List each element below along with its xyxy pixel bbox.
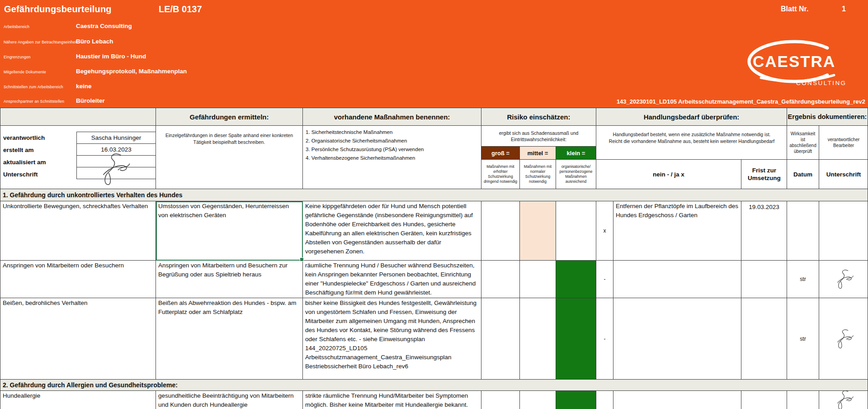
document-code: LE/B 0137 <box>159 4 202 14</box>
document-header: Gefährdungsbeurteilung LE/B 0137 Blatt N… <box>0 0 868 108</box>
effectiveness-header[interactable]: Wirksamkeit ist abschließend überprüft <box>787 126 819 160</box>
header-field-dokumente: Mitgeltende Dokumente Begehungsprotokoll… <box>4 68 868 80</box>
cell-additional-measure[interactable] <box>613 391 741 409</box>
cell-risk-klein[interactable] <box>556 261 596 298</box>
cell-deadline[interactable] <box>741 261 787 298</box>
cell-action-marker[interactable] <box>596 391 613 409</box>
cell-hazard-detail[interactable]: Umstossen von Gegenständen, Herunterreis… <box>156 201 303 261</box>
cell-hazard[interactable]: Hundeallergie <box>0 391 156 409</box>
cell-risk-gross[interactable] <box>481 391 520 409</box>
section-header-1[interactable]: 1. Gefährdung durch unkontrolliertes Ver… <box>0 189 868 201</box>
col-header-gefaehrdungen[interactable]: Gefährdungen ermitteln: <box>156 108 303 126</box>
cell-deadline[interactable]: 19.03.2023 <box>741 201 787 261</box>
cell-action-marker[interactable]: - <box>596 298 613 380</box>
cell-action-marker[interactable]: - <box>596 261 613 298</box>
cell-risk-klein[interactable] <box>556 391 596 409</box>
logo-name: CAESTRA <box>753 52 835 70</box>
signature-header[interactable]: Unterschrift <box>819 160 868 189</box>
field-value: Büro Lebach <box>76 38 113 45</box>
measure-type: 1. Sicherheitstechnische Maßnahmen <box>306 129 481 135</box>
cell-date[interactable] <box>787 391 819 409</box>
cell-date[interactable] <box>787 201 819 261</box>
risk-level-mittel-desc[interactable]: Maßnahmen mit normaler Schutzwirkung not… <box>520 160 556 189</box>
meta-block: verantwortlich erstellt am aktualisiert … <box>0 126 156 189</box>
cell-risk-mittel[interactable] <box>520 201 556 261</box>
document-filename: 143_20230101_LD105 Arbeitsschutzmanageme… <box>617 98 865 105</box>
sheet-number-value: 1 <box>842 5 846 13</box>
field-label: Eingrenzungen <box>4 55 31 59</box>
corner-header-cell[interactable] <box>0 108 156 126</box>
col-header-risiko[interactable]: Risiko einschätzen: <box>481 108 596 126</box>
cell-date[interactable]: str <box>787 261 819 298</box>
cell-risk-gross[interactable] <box>481 201 520 261</box>
cell-deadline[interactable] <box>741 391 787 409</box>
meta-label-aktualisiert: aktualisiert am <box>3 156 75 168</box>
cell-hazard-detail[interactable]: Beißen als Abwehrreaktion des Hundes - b… <box>156 298 303 380</box>
col-header-ergebnis[interactable]: Ergebnis dokumentieren: <box>787 108 868 126</box>
section-header-2[interactable]: 2. Gefährdung durch Allergien und Gesund… <box>0 380 868 391</box>
subheader-action-block: Handlungsbedarf besteht, wenn eine zusät… <box>596 126 787 189</box>
cell-risk-gross[interactable] <box>481 298 520 380</box>
cell-existing-measures[interactable]: räumliche Trennung Hund / Besucher währe… <box>303 261 481 298</box>
logo-tagline: CONSULTING <box>796 80 847 86</box>
cell-risk-klein[interactable] <box>556 201 596 261</box>
cell-signature[interactable] <box>819 391 868 409</box>
cell-risk-klein[interactable] <box>556 298 596 380</box>
header-field-betrachtungseinheit: Nähere Angaben zur Betrachtungseinheit: … <box>4 38 868 50</box>
risk-level-klein[interactable]: klein = <box>556 147 596 160</box>
cell-additional-measure[interactable] <box>613 261 741 298</box>
risk-level-mittel[interactable]: mittel = <box>520 147 556 160</box>
cell-risk-mittel[interactable] <box>520 298 556 380</box>
col-header-massnahmen[interactable]: vorhandene Maßnahmen benennen: <box>303 108 481 126</box>
cell-additional-measure[interactable]: Entfernen der Pflanztöpfe im Laufbereich… <box>613 201 741 261</box>
table-row: Hundeallergie gesundheitliche Beeinträch… <box>0 391 868 409</box>
cell-risk-gross[interactable] <box>481 261 520 298</box>
cell-risk-mittel[interactable] <box>520 391 556 409</box>
risk-desc[interactable]: ergibt sich aus Schadensausmaß und Eintr… <box>481 126 596 147</box>
cell-action-marker[interactable]: x <box>596 201 613 261</box>
column-group-header-row: Gefährdungen ermitteln: vorhandene Maßna… <box>0 108 868 126</box>
field-label: Mitgeltende Dokumente <box>4 70 46 74</box>
col-header-handlungsbedarf[interactable]: Handlungsbedarf überprüfen: <box>596 108 787 126</box>
meta-label-verantwortlich: verantwortlich <box>3 132 75 144</box>
field-label: Schnittstellen zum Arbeitsbereich <box>4 85 63 89</box>
date-header[interactable]: Datum <box>787 160 819 189</box>
field-value: Begehungsprotokoll, Maßnahmenplan <box>76 68 187 75</box>
cell-hazard-detail[interactable]: Anspringen von Mitarbeitern und Besucher… <box>156 261 303 298</box>
signature-image <box>832 328 855 350</box>
subheader-gefaehrdungen-desc[interactable]: Einzelgefährdungen in dieser Spalte anha… <box>156 126 303 189</box>
measure-type: 3. Persönliche Schutzausrüstung (PSA) ve… <box>306 147 481 152</box>
cell-existing-measures[interactable]: strikte räumliche Trennung Hund/Mitarbei… <box>303 391 481 409</box>
field-label: Ansprechpartner an Schnittstellen <box>4 99 64 104</box>
measure-type: 2. Organisatorische Sicherheitsmaßnahmen <box>306 138 481 143</box>
risk-level-gross[interactable]: groß = <box>481 147 520 160</box>
risk-level-klein-desc[interactable]: organisatorische/ personenbezogene Maßna… <box>556 160 596 189</box>
field-label: Arbeitsbereich <box>4 24 29 29</box>
page-title: Gefährdungsbeurteilung <box>4 4 112 14</box>
cell-existing-measures[interactable]: Keine kippgefährdeten oder für Hund und … <box>303 201 481 261</box>
cell-signature[interactable] <box>819 298 868 380</box>
cell-hazard[interactable]: Beißen, bedrohliches Verhalten <box>0 298 156 380</box>
subheader-massnahmen-list[interactable]: 1. Sicherheitstechnische Maßnahmen 2. Or… <box>303 126 481 189</box>
deadline-header[interactable]: Frist zur Umsetzung <box>741 160 787 189</box>
signature-image <box>91 151 136 187</box>
header-field-eingrenzungen: Eingrenzungen Haustier im Büro - Hund <box>4 53 868 65</box>
cell-signature[interactable] <box>819 261 868 298</box>
cell-date[interactable]: str <box>787 298 819 380</box>
cell-hazard[interactable]: Unkontrollierte Bewegungen, schreckhafte… <box>0 201 156 261</box>
cell-additional-measure[interactable] <box>613 298 741 380</box>
action-desc[interactable]: Handlungsbedarf besteht, wenn eine zusät… <box>596 126 787 160</box>
cell-hazard[interactable]: Anspringen von Mitarbeitern oder Besuche… <box>0 261 156 298</box>
cell-signature[interactable] <box>819 201 868 261</box>
cell-risk-mittel[interactable] <box>520 261 556 298</box>
cell-hazard-detail[interactable]: gesundheitliche Beeinträchtigung von Mit… <box>156 391 303 409</box>
signature-image <box>832 268 855 290</box>
action-answer-header[interactable]: nein - / ja x <box>596 160 741 189</box>
field-value: Haustier im Büro - Hund <box>76 53 146 60</box>
cell-deadline[interactable] <box>741 298 787 380</box>
editor-header[interactable]: verantwortlicher Bearbeiter <box>819 126 868 160</box>
risk-level-gross-desc[interactable]: Maßnahmen mit erhöhter Schutzwirkung dri… <box>481 160 520 189</box>
header-field-schnittstellen: Schnittstellen zum Arbeitsbereich keine <box>4 83 868 95</box>
cell-existing-measures[interactable]: bisher keine Bissigkeit des Hundes festg… <box>303 298 481 380</box>
meta-value-verantwortlich[interactable]: Sascha Hunsinger <box>76 132 156 144</box>
